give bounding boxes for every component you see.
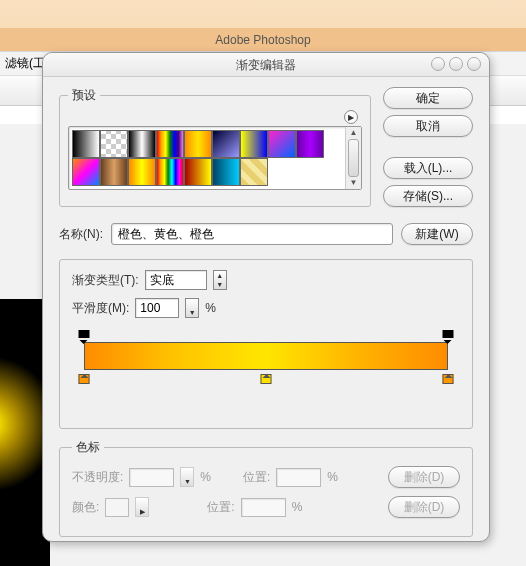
preset-swatch[interactable] bbox=[296, 130, 324, 158]
opacity-stop-right[interactable] bbox=[443, 330, 454, 344]
gradient-settings-group: 渐变类型(T): ▲▼ 平滑度(M): ▼ % bbox=[59, 259, 473, 429]
opacity-field-label: 不透明度: bbox=[72, 469, 123, 486]
scroll-thumb[interactable] bbox=[348, 139, 359, 177]
color-pos-input bbox=[241, 498, 286, 517]
dialog-titlebar[interactable]: 渐变编辑器 bbox=[43, 53, 489, 77]
presets-label: 预设 bbox=[68, 87, 100, 104]
presets-grid bbox=[69, 127, 345, 189]
color-stop-mid[interactable] bbox=[261, 374, 272, 388]
preset-swatch[interactable] bbox=[268, 130, 296, 158]
scrollbar[interactable]: ▲ ▼ bbox=[345, 127, 361, 189]
preset-swatch[interactable] bbox=[156, 130, 184, 158]
maximize-icon[interactable] bbox=[449, 57, 463, 71]
smoothness-input[interactable] bbox=[135, 298, 179, 318]
gradient-preview-bar[interactable] bbox=[84, 342, 448, 370]
color-pos-pct: % bbox=[292, 500, 303, 514]
opacity-input bbox=[129, 468, 174, 487]
preset-swatch[interactable] bbox=[184, 158, 212, 186]
stops-label: 色标 bbox=[72, 439, 104, 456]
preset-swatch[interactable] bbox=[128, 158, 156, 186]
color-field-label: 颜色: bbox=[72, 499, 99, 516]
preset-swatch[interactable] bbox=[184, 130, 212, 158]
opacity-pos-label: 位置: bbox=[243, 469, 270, 486]
scroll-up-icon[interactable]: ▲ bbox=[346, 127, 361, 139]
color-stop-left[interactable] bbox=[79, 374, 90, 388]
close-icon[interactable] bbox=[467, 57, 481, 71]
opacity-pct: % bbox=[200, 470, 211, 484]
opacity-pos-input bbox=[276, 468, 321, 487]
opacity-stepper: ▼ bbox=[180, 467, 194, 487]
app-titlebar: Adobe Photoshop bbox=[0, 28, 526, 52]
new-button[interactable]: 新建(W) bbox=[401, 223, 473, 245]
preset-swatch[interactable] bbox=[240, 158, 268, 186]
preset-swatch[interactable] bbox=[100, 130, 128, 158]
stops-group: 色标 不透明度: ▼ % 位置: % 删除(D) 颜色: ▶ 位置: % bbox=[59, 439, 473, 537]
minimize-icon[interactable] bbox=[431, 57, 445, 71]
smoothness-label: 平滑度(M): bbox=[72, 300, 129, 317]
presets-menu-icon[interactable]: ▶ bbox=[344, 110, 358, 124]
name-input[interactable] bbox=[111, 223, 393, 245]
preset-swatch[interactable] bbox=[72, 158, 100, 186]
delete-color-button: 删除(D) bbox=[388, 496, 460, 518]
percent-label: % bbox=[205, 301, 216, 315]
preset-swatch[interactable] bbox=[212, 158, 240, 186]
preset-swatch[interactable] bbox=[212, 130, 240, 158]
opacity-stop-left[interactable] bbox=[79, 330, 90, 344]
color-stop-right[interactable] bbox=[443, 374, 454, 388]
preset-swatch[interactable] bbox=[72, 130, 100, 158]
color-swatch bbox=[105, 498, 129, 517]
smoothness-stepper[interactable]: ▼ bbox=[185, 298, 199, 318]
gradient-bar-editor[interactable] bbox=[72, 330, 460, 388]
opacity-pos-pct: % bbox=[327, 470, 338, 484]
color-pos-label: 位置: bbox=[207, 499, 234, 516]
name-label: 名称(N): bbox=[59, 226, 103, 243]
dialog-title-text: 渐变编辑器 bbox=[236, 58, 296, 72]
delete-opacity-button: 删除(D) bbox=[388, 466, 460, 488]
preset-swatch[interactable] bbox=[100, 158, 128, 186]
preset-swatch[interactable] bbox=[128, 130, 156, 158]
save-button[interactable]: 存储(S)... bbox=[383, 185, 473, 207]
preset-swatch[interactable] bbox=[156, 158, 184, 186]
cancel-button[interactable]: 取消 bbox=[383, 115, 473, 137]
gradient-type-select[interactable] bbox=[145, 270, 207, 290]
gradient-type-stepper[interactable]: ▲▼ bbox=[213, 270, 227, 290]
load-button[interactable]: 载入(L)... bbox=[383, 157, 473, 179]
scroll-down-icon[interactable]: ▼ bbox=[346, 177, 361, 189]
presets-group: 预设 ▶ ▲ ▼ bbox=[59, 87, 371, 207]
ok-button[interactable]: 确定 bbox=[383, 87, 473, 109]
gradient-editor-dialog: 渐变编辑器 预设 ▶ ▲ ▼ bbox=[42, 52, 490, 542]
preset-swatch[interactable] bbox=[240, 130, 268, 158]
color-picker-button: ▶ bbox=[135, 497, 149, 517]
gradient-type-label: 渐变类型(T): bbox=[72, 272, 139, 289]
